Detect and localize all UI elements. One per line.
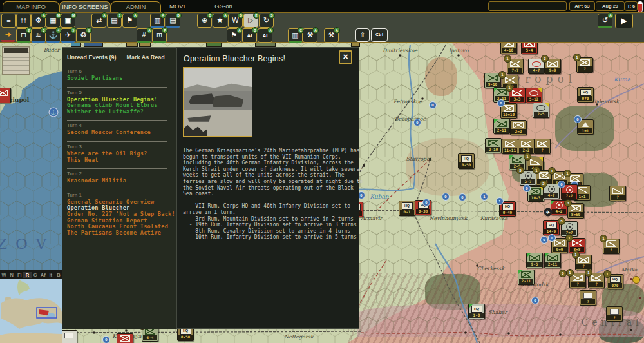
- toolbar-metrics-icon[interactable]: ▦M: [46, 14, 61, 28]
- toolbar-amphibious-icon[interactable]: ⚓4: [46, 28, 61, 43]
- toolbar-engineer-icon[interactable]: ⚒A: [324, 28, 339, 43]
- nation-tab-g[interactable]: G: [32, 272, 39, 278]
- event-item-this-heat[interactable]: This Heat: [67, 157, 176, 164]
- unit-counter[interactable]: 10=100: [500, 103, 517, 119]
- tab-move[interactable]: MOVE: [162, 1, 194, 12]
- toolbar-war-overview-icon[interactable]: WB: [228, 14, 243, 28]
- unit-status-badge: 3: [564, 199, 572, 207]
- unit-counter[interactable]: 8=693: [567, 203, 584, 219]
- event-item-soviet-partisans[interactable]: Soviet Partisans: [67, 75, 176, 82]
- event-item-second-moscow-conference[interactable]: Second Moscow Conference: [67, 130, 176, 136]
- unit-counter[interactable]: 11=11: [502, 139, 518, 154]
- strategic-minimap[interactable]: [0, 279, 62, 343]
- event-newspaper-thumbnail[interactable]: [2, 46, 30, 75]
- end-turn-button[interactable]: ▶: [615, 14, 633, 28]
- toolbar-objectives-icon[interactable]: ★A: [213, 14, 227, 28]
- unit-counter[interactable]: ?1: [588, 273, 605, 288]
- close-icon[interactable]: ✕: [339, 50, 352, 64]
- toolbar-announcements-icon[interactable]: ▷E: [243, 14, 258, 28]
- unit-counter[interactable]: HQ0-50: [458, 153, 475, 169]
- unit-counter[interactable]: 2-5: [533, 103, 549, 118]
- unit-counter[interactable]: ?: [580, 290, 596, 306]
- unit-counter[interactable]: 9=93: [544, 59, 561, 74]
- toolbar-rail-transport-icon[interactable]: ⊟2: [16, 28, 31, 43]
- nation-tab-r[interactable]: R: [23, 272, 31, 278]
- unit-counter[interactable]: 5-4: [521, 41, 538, 54]
- unit-counter[interactable]: 4-10: [500, 41, 517, 54]
- nation-tab-n[interactable]: N: [8, 272, 15, 278]
- unit-counter[interactable]: 4-72: [543, 184, 560, 199]
- unit-counter[interactable]: 9-5: [526, 253, 543, 268]
- nation-tab-it[interactable]: It: [47, 272, 55, 278]
- tab-gs-on[interactable]: GS-on: [207, 1, 240, 12]
- toolbar-unit-stats-icon[interactable]: ▥A: [150, 14, 165, 28]
- shift-key-button[interactable]: ⇧: [355, 28, 370, 42]
- unit-counter[interactable]: ?: [606, 306, 623, 322]
- toolbar-entrench-icon[interactable]: ⚒A: [303, 28, 317, 43]
- unit-counter[interactable]: HQ1-0: [468, 304, 485, 319]
- unit-counter[interactable]: [117, 333, 133, 343]
- unit-counter[interactable]: [0, 88, 11, 103]
- unit-counter[interactable]: 2=2: [518, 139, 535, 154]
- toolbar-orders-flag-icon[interactable]: ⚑A: [227, 28, 242, 43]
- toolbar-jump-icon[interactable]: ⇄A: [91, 14, 106, 28]
- unit-counter[interactable]: 2=2: [510, 120, 527, 135]
- toolbar-airborne-icon[interactable]: ✈5: [61, 28, 75, 43]
- toolbar-losses-icon[interactable]: ††: [16, 14, 31, 28]
- unit-counter[interactable]: ?: [609, 186, 626, 201]
- unit-counter[interactable]: 2-11: [493, 119, 510, 134]
- nation-tab-fi[interactable]: Fi: [15, 272, 23, 278]
- toolbar-naval-air-icon[interactable]: ❂6: [76, 28, 91, 43]
- unit-counter[interactable]: 3=31: [509, 88, 526, 103]
- toolbar-event-flags-icon[interactable]: ⚑A: [122, 14, 137, 28]
- toolbar-rail-network-icon[interactable]: #A: [137, 28, 151, 43]
- event-item-krasnodar-militia[interactable]: Krasnodar Militia: [67, 178, 176, 184]
- toolbar-reports-icon[interactable]: ≡: [1, 14, 16, 28]
- unit-counter[interactable]: HQ0701: [607, 274, 623, 289]
- unit-counter[interactable]: [61, 330, 77, 343]
- unit-counter[interactable]: ?1: [575, 255, 592, 270]
- unit-status-badge: 3: [558, 217, 565, 225]
- unit-counter[interactable]: 5-12: [526, 88, 542, 103]
- mark-as-read-button[interactable]: Mark As Read: [127, 54, 165, 61]
- toolbar-sea-transport-icon[interactable]: ≋3: [31, 28, 46, 43]
- toolbar-settings-icon[interactable]: ⚙A: [31, 14, 46, 28]
- toolbar-map-overview-icon[interactable]: ▣M: [61, 14, 75, 28]
- toolbar-globe-icon[interactable]: ⊕B: [197, 14, 212, 28]
- unit-counter[interactable]: HQ070: [577, 87, 594, 103]
- event-item-the-partisans-become-active[interactable]: The Partisans Become Active: [67, 230, 176, 237]
- unit-counter[interactable]: ?1: [603, 239, 620, 254]
- unit-counter[interactable]: HQ0-491: [499, 201, 516, 217]
- tab-info-screens[interactable]: INFO SCREENS: [59, 1, 111, 12]
- unit-counter[interactable]: 2-10: [485, 138, 502, 153]
- unit-strength: 4-7: [544, 193, 558, 198]
- unit-counter[interactable]: 2-11: [544, 253, 561, 268]
- toolbar-supply-unit-icon[interactable]: ▥C: [288, 28, 303, 43]
- toolbar-move-mode-icon[interactable]: ➔: [1, 28, 15, 41]
- toolbar-ai-ground-icon[interactable]: AIG: [242, 28, 257, 43]
- unit-counter[interactable]: ?1: [569, 273, 586, 288]
- toolbar-replay-icon[interactable]: ↻S: [259, 14, 274, 28]
- event-item-whither-the-luftwaffe[interactable]: Whither the Luftwaffe?: [67, 109, 176, 115]
- tab-map-info[interactable]: MAP INFO: [3, 1, 59, 12]
- unit-counter[interactable]: 7-70: [561, 184, 578, 200]
- unit-counter[interactable]: 9=90: [551, 238, 568, 253]
- toolbar-refresh-icon[interactable]: ↺A: [598, 14, 612, 28]
- unit-counter[interactable]: HQ14-9: [543, 220, 560, 235]
- unit-flag: [527, 253, 531, 257]
- toolbar-ai-air-icon[interactable]: AIA: [258, 28, 272, 43]
- unit-counter[interactable]: 1=10: [577, 119, 594, 135]
- toolbar-depot-icon[interactable]: ⊞F: [152, 28, 167, 43]
- unit-counter[interactable]: 7=71: [507, 59, 524, 74]
- nation-tab-af[interactable]: Af: [39, 272, 47, 278]
- nation-tab-w[interactable]: W: [0, 272, 8, 278]
- event-photo: [183, 67, 252, 137]
- toolbar-event-log-icon[interactable]: ▤1: [107, 14, 122, 28]
- tab-admin[interactable]: ADMIN: [111, 1, 161, 12]
- unit-counter[interactable]: ?: [534, 139, 551, 154]
- unit-counter[interactable]: 2-11: [518, 270, 535, 285]
- unit-counter[interactable]: 71: [576, 57, 593, 73]
- ctrl-key-button[interactable]: Ctrl: [371, 28, 388, 42]
- toolbar-oob-icon[interactable]: ▤D: [166, 14, 180, 28]
- unit-counter[interactable]: HQ0-1: [399, 201, 415, 216]
